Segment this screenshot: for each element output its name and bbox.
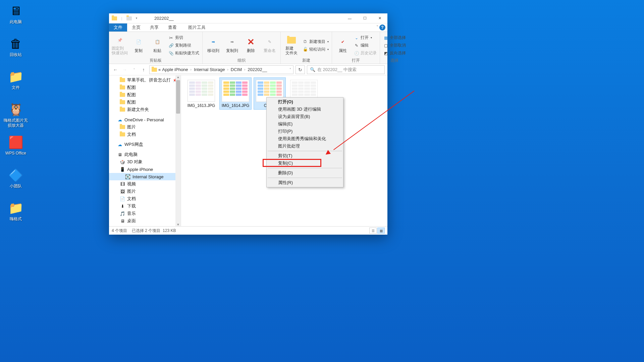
nav-item[interactable]: ⬇下载 bbox=[109, 202, 181, 210]
context-menu-item[interactable]: 设为桌面背景(B) bbox=[267, 113, 342, 120]
invert-selection-button[interactable]: ◩反向选择 bbox=[382, 50, 407, 57]
window-title: 202202__ bbox=[154, 16, 174, 21]
context-menu-item[interactable]: 打印(P) bbox=[267, 128, 342, 135]
nav-item[interactable]: 🖥桌面 bbox=[109, 217, 181, 225]
desktop-icon-small-team[interactable]: 🔷小团队 bbox=[3, 168, 29, 189]
nav-item[interactable]: 配图 bbox=[109, 84, 181, 91]
nav-item[interactable]: 文档 bbox=[109, 131, 181, 138]
delete-button[interactable]: ✕删除 bbox=[242, 37, 260, 54]
statusbar: 4 个项目 已选择 2 个项目 123 KB ☰ ▦ bbox=[109, 226, 387, 235]
context-menu-item[interactable]: 图片批处理 bbox=[267, 142, 342, 150]
address-dropdown-icon[interactable]: ˅ bbox=[289, 68, 291, 71]
desktop-icon-image-upscaler[interactable]: 🦉嗨格式图片无损放大器 bbox=[3, 103, 29, 128]
history-button[interactable]: 🕘历史记录 bbox=[353, 50, 378, 57]
explorer-window: | ▼ 202202__ — ☐ ✕ 文件 主页 共享 查看 图片工具 ˇ ? … bbox=[109, 13, 387, 235]
recent-dropdown[interactable]: ˇ bbox=[130, 66, 138, 73]
close-button[interactable]: ✕ bbox=[372, 13, 387, 23]
context-menu-item[interactable]: 删除(D) bbox=[267, 169, 342, 177]
desktop-icon-this-pc[interactable]: 🖥此电脑 bbox=[3, 4, 29, 24]
nav-item[interactable]: 💽Internal Storage bbox=[109, 173, 181, 180]
pin-quickaccess-button[interactable]: 📌 固定到 快速访问 bbox=[111, 36, 128, 55]
desktop-icon-recycle-bin[interactable]: 🗑回收站 bbox=[3, 37, 29, 57]
maximize-button[interactable]: ☐ bbox=[357, 13, 372, 23]
context-menu-item[interactable]: 剪切(T) bbox=[267, 152, 342, 160]
paste-button[interactable]: 📋 粘贴 bbox=[149, 37, 166, 54]
properties-button[interactable]: ✔属性 bbox=[334, 37, 352, 54]
rename-button[interactable]: ✎重命名 bbox=[261, 37, 278, 54]
new-item-button[interactable]: 🗋新建项目▾ bbox=[302, 38, 330, 45]
open-button[interactable]: ⌄打开▾ bbox=[353, 34, 378, 42]
copy-to-button[interactable]: ➡复制到 bbox=[223, 37, 241, 54]
nav-item[interactable]: 苹果手机、拼音怎么打📌 bbox=[109, 76, 181, 84]
nav-item[interactable]: 新建文件夹 bbox=[109, 106, 181, 113]
move-to-button[interactable]: ➡移动到 bbox=[205, 37, 222, 54]
nav-item[interactable]: 图片 bbox=[109, 123, 181, 131]
nav-scrollbar[interactable]: ▲ ▼ bbox=[175, 75, 181, 226]
nav-item[interactable]: 🎵音乐 bbox=[109, 210, 181, 217]
refresh-button[interactable]: ↻ bbox=[296, 65, 305, 74]
nav-icon: 🎵 bbox=[120, 211, 125, 216]
context-menu-item[interactable]: 打开(O) bbox=[267, 98, 342, 106]
context-menu-item[interactable]: 编辑(E) bbox=[267, 120, 342, 128]
qat-props-icon[interactable] bbox=[126, 16, 132, 21]
qat-dropdown-icon[interactable]: ▼ bbox=[134, 16, 139, 21]
nav-item[interactable]: ☁WPS网盘 bbox=[109, 141, 181, 148]
crumb-internal-storage[interactable]: Internal Storage bbox=[194, 67, 225, 72]
cut-button[interactable]: ✂剪切 bbox=[167, 34, 200, 42]
file-item[interactable]: IMG_1613.JPG bbox=[185, 77, 217, 110]
search-input[interactable]: 🔍 在 202202__ 中搜索 bbox=[307, 65, 385, 74]
nav-item[interactable]: 🖥此电脑 bbox=[109, 151, 181, 158]
nav-item[interactable]: 配图 bbox=[109, 99, 181, 106]
tab-view[interactable]: 查看 bbox=[163, 23, 181, 32]
navigation-pane[interactable]: 苹果手机、拼音怎么打📌配图配图配图新建文件夹☁OneDrive - Person… bbox=[109, 75, 181, 226]
context-menu-item[interactable]: 复制(C) bbox=[267, 160, 342, 167]
up-button[interactable]: ↑ bbox=[140, 66, 147, 73]
tab-share[interactable]: 共享 bbox=[145, 23, 163, 32]
search-icon: 🔍 bbox=[310, 67, 315, 72]
context-menu-item[interactable]: 使用画图 3D 进行编辑 bbox=[267, 106, 342, 113]
desktop-icon-files[interactable]: 📁文件 bbox=[3, 70, 29, 90]
crumb-ellipsis[interactable]: « bbox=[158, 67, 161, 72]
nav-item[interactable]: ☁OneDrive - Personal bbox=[109, 116, 181, 123]
context-menu-item[interactable]: 属性(R) bbox=[267, 179, 342, 186]
copy-button[interactable]: 📄 复制 bbox=[130, 37, 147, 54]
crumb-dcim[interactable]: DCIM bbox=[231, 67, 242, 72]
scroll-down-icon[interactable]: ▼ bbox=[175, 223, 181, 226]
nav-item[interactable]: 📄文档 bbox=[109, 195, 181, 202]
nav-item[interactable]: 🎲3D 对象 bbox=[109, 158, 181, 166]
context-menu-item[interactable]: 使用美图秀秀编辑和美化 bbox=[267, 135, 342, 142]
select-all-button[interactable]: ▦全部选择 bbox=[382, 34, 407, 42]
paste-shortcut-button[interactable]: 📎粘贴快捷方式 bbox=[167, 50, 200, 57]
nav-item[interactable]: 🎞视频 bbox=[109, 180, 181, 188]
crumb-current[interactable]: 202202__ bbox=[248, 67, 267, 72]
edit-button[interactable]: ✎编辑 bbox=[353, 42, 378, 49]
forward-button[interactable]: → bbox=[121, 66, 128, 73]
folder-icon bbox=[152, 68, 157, 72]
back-button[interactable]: ← bbox=[112, 66, 119, 73]
minimize-button[interactable]: — bbox=[342, 13, 357, 23]
tab-file[interactable]: 文件 bbox=[109, 23, 127, 32]
scroll-thumb[interactable] bbox=[176, 80, 180, 114]
nav-item[interactable]: 🖼图片 bbox=[109, 188, 181, 195]
tab-picture-tools[interactable]: 图片工具 bbox=[183, 23, 210, 32]
file-item[interactable]: IMG_1614.JPG bbox=[219, 77, 252, 110]
group-open-label: 打开 bbox=[332, 58, 380, 64]
select-none-button[interactable]: ▢全部取消 bbox=[382, 42, 407, 49]
copy-path-button[interactable]: 🔗复制路径 bbox=[167, 42, 200, 49]
scroll-up-icon[interactable]: ▲ bbox=[175, 75, 181, 79]
nav-icon: ☁ bbox=[117, 117, 122, 122]
new-folder-button[interactable]: 新建 文件夹 bbox=[283, 36, 300, 55]
crumb-apple-iphone[interactable]: Apple iPhone bbox=[162, 67, 188, 72]
nav-item[interactable]: 📱Apple iPhone bbox=[109, 166, 181, 173]
help-icon[interactable]: ? bbox=[379, 24, 385, 31]
ribbon-collapse-icon[interactable]: ˇ bbox=[377, 25, 378, 30]
tab-home[interactable]: 主页 bbox=[127, 23, 145, 32]
file-name: IMG_1613.JPG bbox=[187, 103, 215, 108]
details-view-button[interactable]: ☰ bbox=[369, 228, 377, 234]
nav-item[interactable]: 配图 bbox=[109, 91, 181, 99]
easy-access-button[interactable]: 🔓轻松访问▾ bbox=[302, 46, 330, 53]
desktop-icon-wps-office[interactable]: 🟥WPS Office bbox=[3, 135, 29, 156]
desktop-icon-hi-format[interactable]: 📁嗨格式 bbox=[3, 201, 29, 222]
thumbnail-view-button[interactable]: ▦ bbox=[377, 228, 385, 234]
address-bar[interactable]: « Apple iPhone› Internal Storage› DCIM› … bbox=[149, 65, 293, 74]
